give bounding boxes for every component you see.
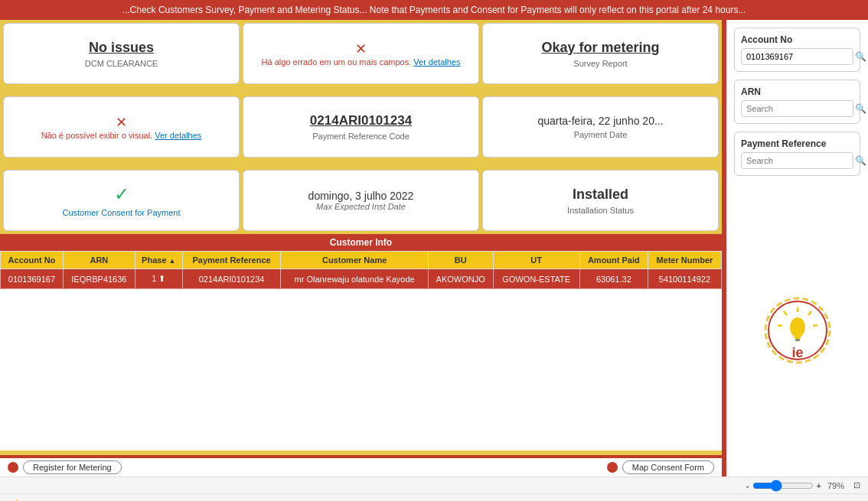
payment-date-value: quarta-feira, 22 junho 20... [537, 115, 663, 127]
svg-rect-3 [795, 336, 801, 339]
svg-line-7 [808, 311, 811, 315]
arn-search-box: 🔍 ✏ [741, 100, 853, 117]
fit-icon[interactable]: ⊡ [853, 480, 860, 490]
col-payment-ref: Payment Reference [182, 252, 281, 269]
register-dot [8, 462, 18, 473]
ie-logo: ie [759, 292, 836, 369]
x-circle-icon: ✕ [355, 41, 367, 57]
powerbi-right-icons: ↗ ⤢ [834, 499, 860, 502]
cell-arn: IEQRBP41636 [63, 269, 135, 289]
bottom-action-bar: Register for Metering Map Consent Form [0, 455, 722, 477]
customer-table: Account No ARN Phase ▲ Payment Reference… [0, 251, 722, 289]
payment-ref-search-icon[interactable]: 🔍 [855, 155, 866, 166]
account-no-search-box: 🔍 ✏ [741, 48, 853, 65]
col-amount-paid: Amount Paid [579, 252, 648, 269]
cards-row3: ✓ Customer Consent for Payment domingo, … [0, 167, 722, 234]
cell-ut: GOWON-ESTATE [493, 269, 579, 289]
account-no-input[interactable] [746, 52, 852, 61]
map-dot [607, 462, 618, 473]
zoom-slider[interactable] [752, 480, 814, 492]
arn-search-icon[interactable]: 🔍 [855, 103, 866, 114]
logo-area: ie [734, 191, 860, 469]
arn-label: ARN [741, 86, 853, 97]
okay-metering-subtitle: Survey Report [573, 59, 627, 68]
expand-icon[interactable]: ⤢ [851, 499, 860, 502]
error2-link[interactable]: Ver detalhes [155, 131, 201, 140]
col-account-no: Account No [1, 252, 64, 269]
svg-line-10 [778, 325, 782, 326]
svg-line-9 [784, 311, 787, 315]
cell-payment-ref: 0214ARI0101234 [182, 269, 281, 289]
installed-subtitle: Installation Status [567, 206, 634, 215]
svg-point-2 [790, 317, 805, 337]
zoom-minus[interactable]: - [746, 481, 749, 490]
card-max-date: domingo, 3 julho 2022 Max Expected Inst … [243, 170, 479, 231]
left-panel: No issues DCM CLEARANCE ✕ Há algo errado… [0, 20, 726, 477]
account-no-section: Account No 🔍 ✏ [734, 28, 860, 72]
cards-row2: ✕ Não é possível exibir o visual. Ver de… [0, 93, 722, 161]
map-consent-form-button[interactable]: Map Consent Form [622, 460, 714, 474]
cell-bu: AKOWONJO [428, 269, 493, 289]
cards-row1: No issues DCM CLEARANCE ✕ Há algo errado… [0, 20, 722, 87]
banner-text: ...Check Customers Survey, Payment and M… [122, 5, 746, 15]
svg-line-8 [813, 325, 817, 326]
no-issues-title: No issues [89, 40, 154, 56]
svg-text:ie: ie [791, 345, 803, 360]
col-bu: BU [428, 252, 493, 269]
table-header-row: Account No ARN Phase ▲ Payment Reference… [1, 252, 722, 269]
yellow-separator-1 [0, 87, 722, 93]
consent-label: Customer Consent for Payment [62, 208, 180, 217]
cell-amount-paid: 63061.32 [579, 269, 648, 289]
error1-link[interactable]: Ver detalhes [413, 57, 460, 67]
cell-customer-name: mr Olanrewaju olatunde Kayode [281, 269, 428, 289]
cell-phase: 1 ⬆ [135, 269, 182, 289]
table-row: 0101369167 IEQRBP41636 1 ⬆ 0214ARI010123… [1, 269, 722, 289]
register-action: Register for Metering [8, 460, 122, 474]
svg-rect-4 [795, 339, 800, 341]
yellow-separator-2 [0, 161, 722, 167]
card-error2: ✕ Não é possível exibir o visual. Ver de… [3, 96, 240, 158]
col-ut: UT [493, 252, 579, 269]
col-meter-number: Meter Number [648, 252, 721, 269]
payment-ref-section: Payment Reference 🔍 ✏ [734, 132, 860, 176]
x-circle-icon-2: ✕ [116, 114, 127, 131]
right-panel: Account No 🔍 ✏ ARN 🔍 ✏ Payment Reference… [726, 20, 868, 477]
okay-metering-title: Okay for metering [541, 40, 659, 56]
installed-value: Installed [573, 187, 628, 203]
powerbi-logo-icon: ⚡ [8, 499, 21, 502]
zoom-bar: - + 79% ⊡ [0, 477, 868, 493]
account-search-icon[interactable]: 🔍 [855, 51, 866, 62]
arn-input[interactable] [746, 104, 852, 113]
payment-ref-input[interactable] [746, 156, 852, 165]
error1-text: Há algo errado em um ou mais campos. Ver… [262, 57, 461, 67]
zoom-slider-area: - + 79% ⊡ [746, 480, 860, 492]
card-error1: ✕ Há algo errado em um ou mais campos. V… [243, 23, 479, 84]
table-section: Customer Info Account No ARN Phase ▲ Pay… [0, 234, 722, 451]
card-consent: ✓ Customer Consent for Payment [3, 170, 240, 231]
no-issues-subtitle: DCM CLEARANCE [85, 59, 158, 68]
phase-sort-icon: ▲ [169, 257, 176, 265]
register-for-metering-button[interactable]: Register for Metering [23, 460, 122, 474]
col-customer-name: Customer Name [281, 252, 428, 269]
max-date-subtitle: Max Expected Inst Date [316, 202, 406, 211]
cell-meter-number: 54100114922 [648, 269, 721, 289]
top-banner: ...Check Customers Survey, Payment and M… [0, 0, 868, 20]
error2-text: Não é possível exibir o visual. Ver deta… [41, 131, 202, 140]
table-header-bar: Customer Info [0, 234, 722, 251]
card-installed: Installed Installation Status [482, 170, 719, 231]
max-date-value: domingo, 3 julho 2022 [308, 190, 414, 202]
map-action: Map Consent Form [607, 460, 714, 474]
powerbi-footer: ⚡ Microsoft Power BI ↗ ⤢ [0, 493, 868, 501]
card-okay-metering: Okay for metering Survey Report [482, 23, 719, 84]
arn-section: ARN 🔍 ✏ [734, 80, 860, 124]
card-no-issues: No issues DCM CLEARANCE [3, 23, 240, 84]
payment-ref-search-box: 🔍 ✏ [741, 152, 853, 169]
zoom-plus[interactable]: + [817, 481, 821, 490]
payment-ref-code: 0214ARI0101234 [310, 113, 412, 129]
share-icon[interactable]: ↗ [834, 499, 844, 502]
cell-account-no: 0101369167 [1, 269, 64, 289]
payment-ref-subtitle: Payment Reference Code [312, 132, 410, 141]
payment-date-subtitle: Payment Date [574, 130, 628, 139]
account-no-label: Account No [741, 34, 853, 45]
card-payment-ref: 0214ARI0101234 Payment Reference Code [243, 96, 479, 158]
